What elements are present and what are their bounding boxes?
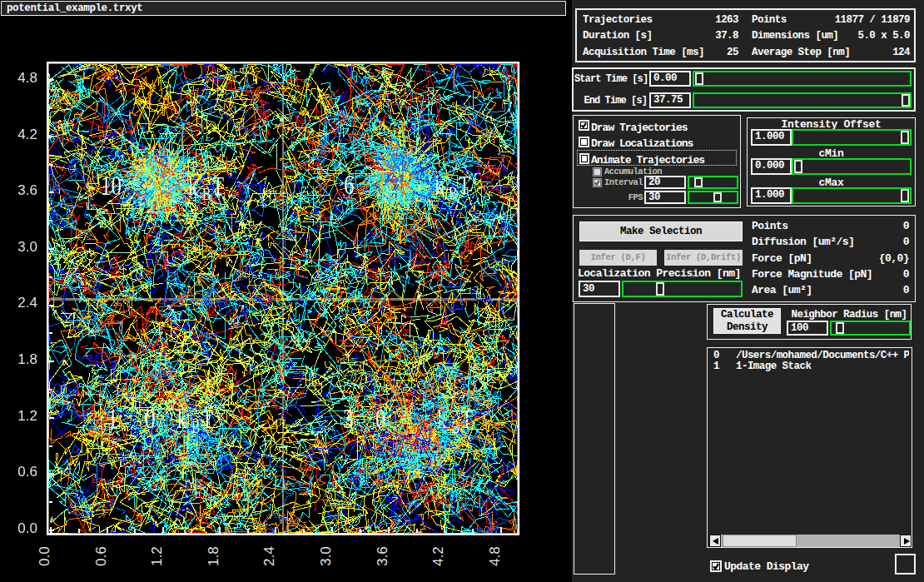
- svg-text:4.2: 4.2: [430, 546, 446, 566]
- svg-text:4.2: 4.2: [17, 127, 37, 142]
- svg-text:T: T: [212, 172, 224, 201]
- svg-text:3.6: 3.6: [17, 182, 37, 198]
- svg-text:10: 10: [101, 169, 122, 201]
- svg-text:0.0: 0.0: [17, 520, 37, 536]
- svg-text:B: B: [202, 185, 211, 204]
- svg-text:3.0: 3.0: [318, 546, 334, 566]
- svg-text:k: k: [188, 172, 198, 201]
- svg-text:4.8: 4.8: [17, 70, 37, 86]
- svg-text:3: 3: [343, 402, 354, 434]
- svg-text:1.2: 1.2: [17, 408, 37, 424]
- svg-text:0: 0: [375, 402, 386, 434]
- svg-text:1.8: 1.8: [17, 351, 37, 367]
- svg-text:4.8: 4.8: [487, 546, 503, 566]
- svg-text:1.8: 1.8: [206, 546, 221, 566]
- svg-text:0.0: 0.0: [37, 546, 52, 566]
- svg-text:0.6: 0.6: [17, 464, 37, 480]
- svg-text:1.2: 1.2: [149, 546, 165, 566]
- svg-text:2.4: 2.4: [17, 295, 37, 311]
- svg-text:0.6: 0.6: [93, 546, 109, 566]
- svg-text:3.6: 3.6: [375, 546, 390, 566]
- svg-text:2.4: 2.4: [261, 546, 277, 566]
- svg-text:k: k: [177, 405, 187, 434]
- svg-text:0: 0: [145, 402, 156, 434]
- svg-text:3.0: 3.0: [17, 239, 37, 255]
- svg-text:6: 6: [344, 168, 355, 200]
